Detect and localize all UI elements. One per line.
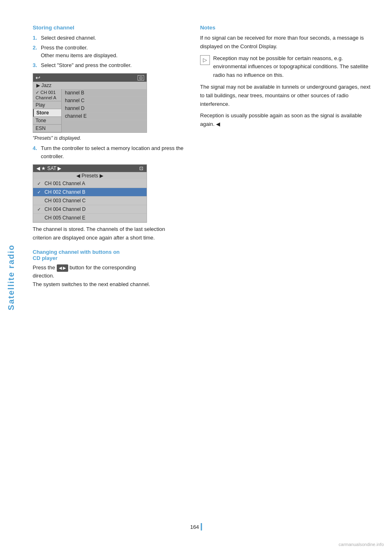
after-store-text: The channel is stored. The channels of t… [33,225,184,242]
left-arrow-icon: ◀ [59,265,62,271]
system-switch-text: The system switches to the next enabled … [33,281,150,287]
channel-row-5: CH 005 Channel E [33,214,147,222]
channel-c: hannel C [63,97,147,105]
back-icon: ↩ [36,74,40,81]
channel-row-3: CH 003 Channel C [33,197,147,205]
changing-channel-text: Press the ◀ ▶ button for the correspondi… [33,264,184,289]
step-3: 3. Select "Store" and press the controll… [33,61,184,69]
menu-left: ✓ CH 001 Channel A Play Store Tone ESN [33,89,62,132]
steps-list: 1. Select desired channel. 2. Press the … [33,34,184,69]
note-1: If no signal can be received for more th… [200,34,376,51]
step-4-text: Turn the controller to select a memory l… [41,144,184,160]
menu-right: hannel B hannel C hannel D channel E [62,89,147,132]
screen-mockup-2: ◀ ★ SAT ▶ ⊡ ◀ Presets ▶ ✓ CH 001 Channel… [33,164,147,223]
menu-ch001: ✓ CH 001 Channel A [33,89,61,101]
step-1-num: 1. [33,34,38,42]
ch-label-1: CH 001 Channel A [45,181,85,186]
corner-icon: ⊡ [138,75,144,81]
screen-menu: ✓ CH 001 Channel A Play Store Tone ESN h… [33,89,147,132]
channels-list: ✓ CH 001 Channel A ✓ CH 002 Channel B CH… [33,179,147,222]
screen2-sat-label: ◀ ★ SAT ▶ [36,166,61,171]
sidebar: Satellite radio [0,0,22,555]
channel-b: hannel B [63,89,147,97]
page-number-area: 164 [190,523,202,530]
screen-mockup-1: ↩ ⊡ ▶ Jazz ✓ CH 001 Channel A Play Store… [33,73,147,133]
page-bar [200,523,202,530]
screen2-corner: ⊡ [139,166,143,171]
channel-row-1: ✓ CH 001 Channel A [33,179,147,188]
screen1-caption: "Presets" is displayed. [33,135,184,141]
play-icon: ▷ [200,55,210,65]
note-2-text: Reception may not be possible for certai… [213,54,376,80]
screen2-top: ◀ ★ SAT ▶ ⊡ [33,165,147,172]
step-1-text: Select desired channel. [41,34,184,42]
storing-channel-heading: Storing channel [33,25,184,31]
check-4: ✓ [37,207,43,212]
changing-channel-heading: Changing channel with buttons onCD playe… [33,249,184,261]
step-3-text: Select "Store" and press the controller. [41,61,184,69]
channel-row-4: ✓ CH 004 Channel D [33,205,147,214]
left-column: Storing channel 1. Select desired channe… [33,25,184,291]
screen1-top-bar: ↩ ⊡ [33,74,147,82]
right-column: Notes If no signal can be received for m… [196,25,376,291]
presets-bar: ◀ Presets ▶ [33,172,147,179]
step-2-text: Press the controller.Other menu items ar… [41,44,184,60]
step-4: 4. Turn the controller to select a memor… [33,144,184,160]
menu-store: Store [33,109,61,117]
ch-label-4: CH 004 Channel D [45,206,86,212]
step-2-num: 2. [33,44,38,60]
check-1: ✓ [37,181,43,186]
sidebar-label: Satellite radio [7,244,16,310]
step-4-num: 4. [33,144,38,160]
watermark: carmanualsondine.info [339,542,384,547]
ch-label-3: CH 003 Channel C [45,198,86,204]
jazz-row: ▶ Jazz [33,82,147,89]
step-2: 2. Press the controller.Other menu items… [33,44,184,60]
right-arrow-icon: ▶ [63,265,66,271]
step4-list: 4. Turn the controller to select a memor… [33,144,184,160]
ch-label-5: CH 005 Channel E [45,215,85,221]
step-3-num: 3. [33,61,38,69]
menu-play: Play [33,101,61,109]
channel-d: hannel D [63,105,147,112]
page-num: 164 [190,524,199,530]
channel-row-2: ✓ CH 002 Channel B [33,188,147,197]
check-2: ✓ [37,190,43,195]
main-content: Storing channel 1. Select desired channe… [24,0,392,316]
note-box: ▷ Reception may not be possible for cert… [200,54,376,80]
channel-e: channel E [63,112,147,120]
ch-label-2: CH 002 Channel B [45,189,85,195]
note-4: Reception is usually possible again as s… [200,112,376,129]
notes-heading: Notes [200,25,376,31]
menu-esn: ESN [33,125,61,132]
menu-tone: Tone [33,117,61,125]
cd-button: ◀ ▶ [57,264,68,272]
step-1: 1. Select desired channel. [33,34,184,42]
note-3: The signal may not be available in tunne… [200,83,376,108]
